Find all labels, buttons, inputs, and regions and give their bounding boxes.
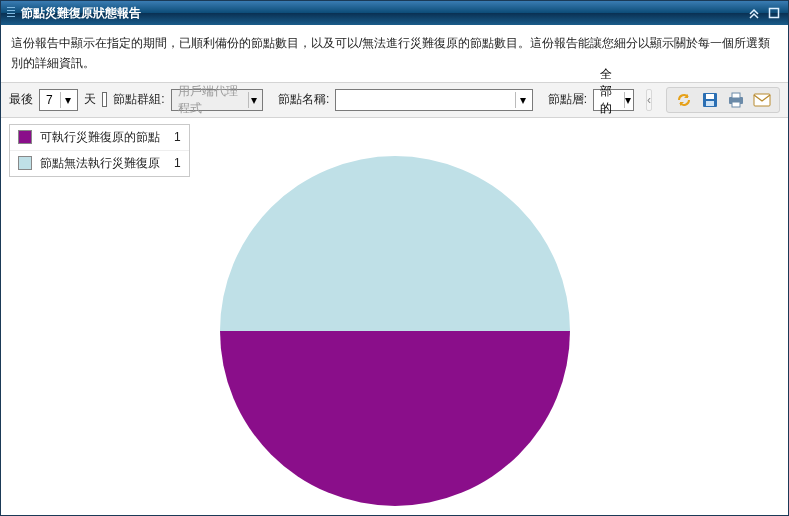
expand-handle[interactable]: ‹: [646, 89, 652, 111]
report-description: 這份報告中顯示在指定的期間，已順利備份的節點數目，以及可以/無法進行災難復原的節…: [1, 25, 788, 82]
chart-area: 可執行災難復原的節點 1 節點無法執行災難復原 1: [1, 118, 788, 515]
pie-chart: [215, 151, 575, 511]
last-days-value: 7: [42, 93, 60, 107]
chevron-down-icon: ▾: [60, 92, 75, 108]
save-icon: [702, 92, 718, 108]
name-input[interactable]: [338, 92, 515, 108]
pie-slice[interactable]: [220, 156, 570, 331]
chevron-left-icon: ‹: [647, 93, 651, 107]
print-button[interactable]: [727, 91, 745, 109]
group-value: 用戶端代理程式: [174, 83, 248, 117]
report-window: 節點災難復原狀態報告 這份報告中顯示在指定的期間，已順利備份的節點數目，以及可以…: [0, 0, 789, 516]
last-label: 最後: [9, 91, 33, 108]
maximize-button[interactable]: [766, 5, 782, 21]
filter-toolbar: 最後 7 ▾ 天 節點群組: 用戶端代理程式 ▾ 節點名稱: ▾ 節點層: 全部…: [1, 82, 788, 118]
chevron-down-icon: ▾: [515, 92, 530, 108]
refresh-button[interactable]: [675, 91, 693, 109]
refresh-icon: [675, 91, 693, 109]
svg-rect-0: [770, 9, 779, 18]
pie-chart-wrap: [1, 118, 788, 515]
double-caret-up-icon: [748, 7, 760, 19]
group-label: 節點群組:: [113, 91, 164, 108]
pie-slice[interactable]: [220, 331, 570, 506]
maximize-icon: [768, 7, 780, 19]
svg-rect-6: [732, 102, 740, 107]
window-title: 節點災難復原狀態報告: [21, 5, 742, 22]
svg-rect-2: [706, 94, 714, 99]
tier-select[interactable]: 全部的層 ▾: [593, 89, 634, 111]
svg-rect-7: [754, 94, 770, 106]
svg-rect-5: [732, 93, 740, 98]
titlebar: 節點災難復原狀態報告: [1, 1, 788, 25]
action-bar: [666, 87, 780, 113]
chevron-down-icon: ▾: [248, 92, 260, 108]
group-checkbox[interactable]: [102, 92, 107, 107]
last-days-select[interactable]: 7 ▾: [39, 89, 78, 111]
name-label: 節點名稱:: [278, 91, 329, 108]
svg-rect-3: [706, 101, 714, 106]
save-button[interactable]: [701, 91, 719, 109]
collapse-button[interactable]: [746, 5, 762, 21]
name-combo[interactable]: ▾: [335, 89, 533, 111]
email-icon: [753, 93, 771, 107]
days-label: 天: [84, 91, 96, 108]
group-select[interactable]: 用戶端代理程式 ▾: [171, 89, 263, 111]
tier-label: 節點層:: [548, 91, 587, 108]
chevron-down-icon: ▾: [624, 92, 631, 108]
email-button[interactable]: [753, 91, 771, 109]
titlebar-grip-icon: [7, 7, 15, 19]
print-icon: [727, 92, 745, 108]
